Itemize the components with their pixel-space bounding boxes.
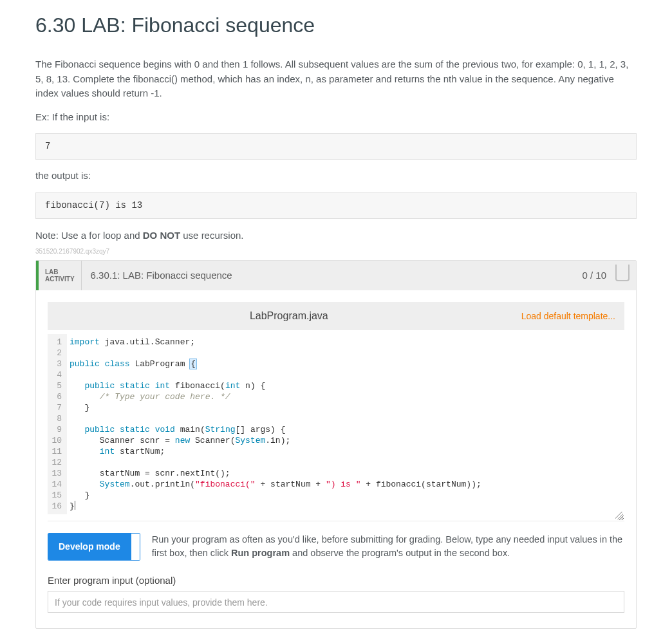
resize-handle-icon[interactable]	[615, 512, 623, 519]
page-title: 6.30 LAB: Fibonacci sequence	[35, 10, 637, 41]
filename-label: LabProgram.java	[57, 308, 521, 324]
note-line: Note: Use a for loop and DO NOT use recu…	[35, 228, 637, 243]
mode-description: Run your program as often as you'd like,…	[152, 533, 624, 560]
example-input-box: 7	[35, 133, 637, 160]
code-content[interactable]: import java.util.Scanner; public class L…	[67, 334, 624, 514]
activity-kind-badge: LABACTIVITY	[39, 261, 82, 290]
activity-score: 0 / 10	[582, 261, 611, 290]
load-template-link[interactable]: Load default template...	[521, 310, 615, 323]
note-bold: DO NOT	[143, 230, 180, 241]
develop-mode-button[interactable]: Develop mode	[48, 534, 131, 560]
example-output-box: fibonacci(7) is 13	[35, 192, 637, 219]
example-input-intro: Ex: If the input is:	[35, 110, 637, 125]
activity-header: LABACTIVITY 6.30.1: LAB: Fibonacci seque…	[36, 261, 636, 290]
mode-toggle: Develop mode Submit mode	[48, 533, 140, 561]
content-id: 351520.2167902.qx3zqy7	[35, 247, 637, 256]
example-output-intro: the output is:	[35, 169, 637, 183]
editor-filebar: LabProgram.java Load default template...	[48, 302, 624, 330]
run-program-bold: Run program	[231, 548, 290, 558]
lab-activity-panel: LABACTIVITY 6.30.1: LAB: Fibonacci seque…	[35, 260, 637, 629]
line-gutter: 1 2 3 4 5 6 7 8 9 10 11 12 13 14 15 16	[48, 334, 67, 514]
bookmark-icon[interactable]	[615, 265, 630, 281]
program-input-label: Enter program input (optional)	[48, 573, 624, 588]
code-editor[interactable]: 1 2 3 4 5 6 7 8 9 10 11 12 13 14 15 16 i…	[48, 330, 624, 521]
submit-mode-button[interactable]: Submit mode	[131, 534, 140, 560]
activity-title: 6.30.1: LAB: Fibonacci sequence	[82, 261, 583, 290]
program-input-field[interactable]	[48, 591, 624, 613]
lab-description: The Fibonacci sequence begins with 0 and…	[35, 57, 637, 101]
